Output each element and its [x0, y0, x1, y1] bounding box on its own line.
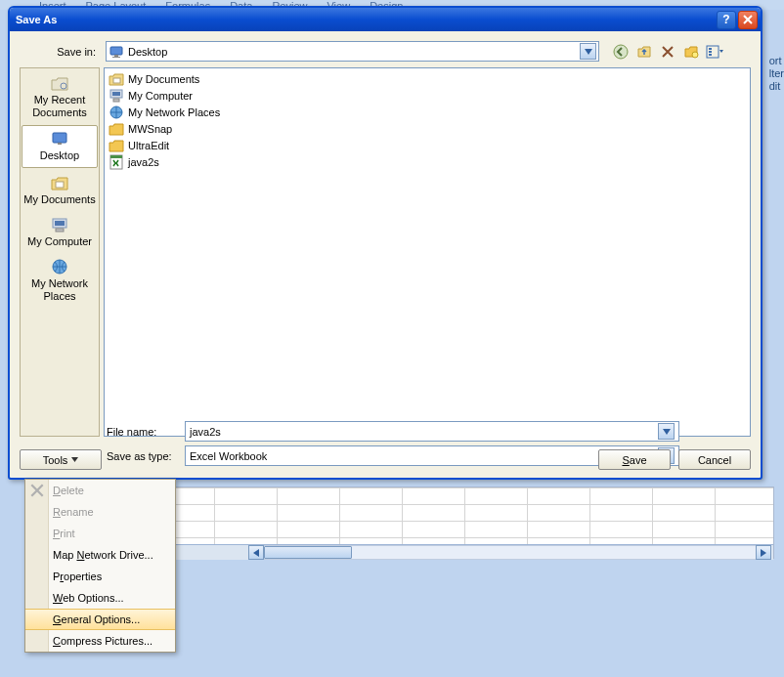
tools-button[interactable]: Tools — [20, 449, 102, 470]
file-name-label: File name: — [107, 426, 179, 438]
chevron-down-icon[interactable] — [580, 43, 596, 60]
place-network[interactable]: My Network Places — [22, 254, 98, 307]
list-item[interactable]: My Network Places — [107, 104, 748, 120]
up-button[interactable] — [634, 42, 654, 62]
list-item[interactable]: My Computer — [107, 87, 748, 104]
save-button[interactable]: Save — [598, 449, 671, 470]
file-name-input[interactable]: java2s — [185, 421, 679, 442]
place-mycomp[interactable]: My Computer — [22, 212, 98, 252]
scroll-thumb[interactable] — [264, 546, 352, 559]
folder-icon — [109, 121, 124, 137]
svg-rect-5 — [707, 46, 719, 58]
menu-print[interactable]: Print — [25, 523, 175, 544]
svg-rect-20 — [113, 99, 119, 102]
list-item[interactable]: My Documents — [107, 70, 748, 87]
titlebar[interactable]: Save As ? — [10, 8, 761, 31]
computer-icon — [50, 216, 69, 233]
x-icon — [29, 483, 45, 498]
delete-button[interactable] — [658, 42, 677, 62]
delete-icon — [661, 45, 675, 59]
views-icon — [706, 44, 723, 60]
save-type-label: Save as type: — [107, 450, 179, 462]
save-as-dialog: Save As ? Save in: Desktop — [8, 6, 762, 480]
scroll-right-button[interactable] — [756, 545, 771, 560]
svg-rect-17 — [113, 78, 120, 83]
computer-icon — [109, 88, 124, 104]
tools-menu: Delete Rename Print Map Network Drive...… — [24, 479, 176, 653]
svg-rect-10 — [53, 133, 66, 143]
back-icon — [613, 44, 629, 60]
list-item[interactable]: MWSnap — [107, 120, 748, 137]
back-button[interactable] — [611, 42, 631, 62]
menu-properties[interactable]: Properties — [25, 566, 175, 587]
background-fragments: ortlterdit — [769, 55, 784, 94]
place-desktop[interactable]: Desktop — [22, 125, 98, 167]
svg-rect-1 — [114, 55, 118, 57]
svg-rect-7 — [709, 51, 712, 53]
desktop-icon — [50, 130, 69, 148]
places-bar: My Recent Documents Desktop My Documents… — [20, 67, 100, 437]
svg-rect-11 — [58, 143, 62, 145]
svg-point-3 — [614, 45, 628, 59]
help-button[interactable]: ? — [717, 11, 736, 29]
list-item[interactable]: java2s — [107, 153, 748, 170]
menu-rename[interactable]: Rename — [25, 501, 175, 523]
svg-rect-23 — [110, 155, 122, 158]
svg-rect-6 — [709, 48, 712, 50]
titlebar-text: Save As — [16, 14, 717, 25]
chevron-down-icon — [71, 457, 78, 462]
list-item[interactable]: UltraEdit — [107, 137, 748, 153]
svg-point-4 — [692, 52, 698, 58]
save-in-label: Save in: — [20, 46, 100, 58]
menu-delete[interactable]: Delete — [25, 480, 175, 501]
network-icon — [50, 258, 69, 275]
menu-map-drive[interactable]: Map Network Drive... — [25, 544, 175, 566]
views-button[interactable] — [705, 42, 724, 62]
horizontal-scrollbar[interactable] — [248, 545, 771, 560]
network-icon — [109, 105, 124, 120]
menu-web-options[interactable]: Web Options... — [25, 587, 175, 609]
svg-rect-14 — [55, 221, 65, 226]
scroll-left-button[interactable] — [248, 545, 264, 560]
tools-label: Tools — [43, 454, 68, 466]
svg-rect-8 — [709, 54, 712, 56]
folder-up-icon — [636, 44, 652, 60]
svg-rect-0 — [110, 47, 122, 55]
folder-icon — [109, 138, 124, 153]
svg-rect-15 — [56, 229, 64, 232]
save-in-combo[interactable]: Desktop — [106, 41, 599, 62]
place-mydocs[interactable]: My Documents — [22, 170, 98, 210]
svg-rect-12 — [56, 182, 64, 188]
svg-rect-19 — [112, 92, 120, 96]
file-list[interactable]: My Documents My Computer My Network Plac… — [104, 67, 751, 437]
close-icon — [743, 15, 753, 24]
menu-general-options[interactable]: General Options... — [25, 609, 175, 630]
chevron-down-icon[interactable] — [658, 423, 675, 440]
cancel-button[interactable]: Cancel — [678, 449, 751, 470]
new-folder-button[interactable] — [681, 42, 701, 62]
menu-compress[interactable]: Compress Pictures... — [25, 630, 175, 652]
close-button[interactable] — [738, 11, 758, 29]
excel-icon — [109, 154, 124, 170]
desktop-icon — [109, 44, 124, 60]
mydocs-icon — [50, 174, 69, 191]
svg-rect-2 — [112, 57, 120, 58]
new-folder-icon — [683, 44, 699, 60]
folder-docs-icon — [109, 71, 124, 87]
place-recent[interactable]: My Recent Documents — [22, 70, 98, 123]
recent-icon — [50, 74, 69, 92]
